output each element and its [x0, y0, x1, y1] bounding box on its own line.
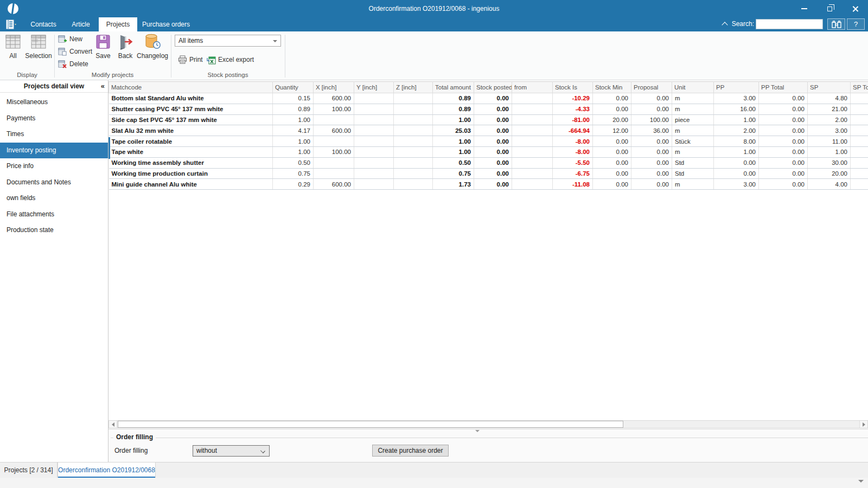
scroll-left-icon[interactable]: [109, 421, 117, 428]
column-header-matchcode[interactable]: Matchcode: [109, 82, 273, 93]
cell-sp-to: [851, 168, 868, 179]
order-filling-dropdown[interactable]: without: [193, 445, 270, 457]
sidebar-item-times[interactable]: Times: [0, 126, 108, 143]
cell-quantity: 0.29: [273, 179, 314, 190]
cell-quantity: 0.89: [273, 104, 314, 114]
search-input[interactable]: [756, 19, 823, 29]
table-row[interactable]: Tape coiler rotatable1.001.000.00-8.000.…: [109, 136, 868, 147]
delete-button[interactable]: Delete: [58, 59, 88, 69]
cell-sp: 4.00: [808, 179, 851, 190]
column-header-from[interactable]: from: [512, 82, 553, 93]
collapse-ribbon-icon[interactable]: [722, 22, 727, 28]
cell-total-amount: 1.00: [433, 146, 474, 157]
table-all-icon: [5, 34, 21, 50]
cell-y-inch: [354, 157, 394, 168]
column-header-proposal[interactable]: Proposal: [631, 82, 672, 93]
sidebar-item-file-attachments[interactable]: File attachments: [0, 207, 108, 223]
back-button[interactable]: Back: [116, 34, 135, 60]
find-button[interactable]: [827, 18, 845, 30]
changelog-icon: [144, 34, 161, 50]
cell-pp: 8.00: [714, 136, 759, 147]
sidebar-item-inventory-posting[interactable]: Inventory posting: [0, 143, 108, 159]
sidebar-item-own-fields[interactable]: own fields: [0, 190, 108, 207]
column-header-unit[interactable]: Unit: [672, 82, 714, 93]
cell-total-amount: 1.00: [433, 136, 474, 147]
table-row[interactable]: Bottom slat Standard Alu white0.15600.00…: [109, 93, 868, 104]
column-header-quantity[interactable]: Quantity: [273, 82, 314, 93]
table-row[interactable]: Working time production curtain0.750.750…: [109, 168, 868, 179]
cell-stock-is: -4.33: [553, 104, 593, 114]
cell-sp: 3.00: [808, 125, 851, 136]
column-header-pp-total[interactable]: PP Total: [759, 82, 808, 93]
table-row[interactable]: Tape white1.00100.001.000.00-8.000.000.0…: [109, 146, 868, 157]
cell-stock-posted: 0.00: [474, 179, 512, 190]
column-header-x-inch[interactable]: X [inch]: [314, 82, 354, 93]
document-tab-orderconfirmation-o201912-0068[interactable]: Orderconfirmation O201912/0068: [58, 463, 156, 478]
changelog-button[interactable]: Changelog: [136, 34, 169, 60]
cell-stock-min: 0.00: [593, 93, 631, 104]
main-menu-button[interactable]: [5, 19, 22, 30]
sidebar-item-documents-and-notes[interactable]: Documents and Notes: [0, 175, 108, 191]
column-header-sp-to[interactable]: SP To: [851, 82, 868, 93]
restore-button[interactable]: [817, 0, 843, 17]
tab-projects[interactable]: Projects: [99, 17, 137, 31]
sidebar-item-production-state[interactable]: Production state: [0, 222, 108, 239]
delete-icon: [58, 60, 67, 68]
cell-z-inch: [394, 179, 433, 190]
order-filling-group-label: Order filling: [113, 433, 156, 441]
convert-button[interactable]: Convert: [58, 47, 92, 56]
cell-proposal: 100.00: [631, 114, 672, 125]
print-button[interactable]: Print: [178, 54, 203, 65]
sidebar-item-price-info[interactable]: Price info: [0, 158, 108, 175]
column-header-y-inch[interactable]: Y [inch]: [354, 82, 394, 93]
excel-export-button[interactable]: Excel export: [207, 54, 254, 65]
cell-y-inch: [354, 104, 394, 114]
cell-total-amount: 1.73: [433, 179, 474, 190]
scrollbar-thumb[interactable]: [118, 421, 623, 428]
column-header-stock-min[interactable]: Stock Min: [593, 82, 631, 93]
cell-x-inch: 100.00: [314, 104, 354, 114]
column-header-z-inch[interactable]: Z [inch]: [394, 82, 433, 93]
minimize-button[interactable]: [792, 0, 817, 17]
new-button[interactable]: New: [58, 34, 82, 44]
horizontal-scrollbar[interactable]: [108, 420, 868, 428]
save-button[interactable]: Save: [94, 34, 112, 60]
table-row[interactable]: Mini guide channel Alu white0.29600.001.…: [109, 179, 868, 190]
display-all-button[interactable]: All: [3, 34, 23, 60]
tab-purchase-orders[interactable]: Purchase orders: [137, 17, 195, 31]
column-header-sp[interactable]: SP: [808, 82, 851, 93]
document-tab-projects-2-314[interactable]: Projects [2 / 314]: [0, 463, 58, 478]
scroll-right-icon[interactable]: [859, 421, 867, 428]
chevrons-left-icon[interactable]: «: [101, 80, 105, 92]
display-selection-label: Selection: [25, 52, 52, 60]
table-row[interactable]: Shutter casing PVC 45° 137 mm white0.891…: [109, 104, 868, 114]
cell-sp: 20.00: [808, 168, 851, 179]
table-row[interactable]: Working time assembly shutter0.500.500.0…: [109, 157, 868, 168]
stock-filter-dropdown[interactable]: All items: [175, 35, 281, 47]
cell-unit: m: [672, 146, 714, 157]
create-purchase-order-button[interactable]: Create purchase order: [372, 445, 449, 457]
cell-stock-is: -10.29: [553, 93, 593, 104]
tab-contacts[interactable]: Contacts: [24, 17, 62, 31]
help-button[interactable]: ?: [847, 18, 865, 30]
table-row[interactable]: Slat Alu 32 mm white4.17600.0025.030.00-…: [109, 125, 868, 136]
cell-stock-posted: 0.00: [474, 93, 512, 104]
cell-pp-total: 0.00: [759, 125, 808, 136]
resize-grip-icon[interactable]: [858, 480, 864, 483]
display-selection-button[interactable]: Selection: [24, 34, 53, 60]
column-header-total-amount[interactable]: Total amount: [433, 82, 474, 93]
cell-proposal: 0.00: [631, 136, 672, 147]
window-title: Orderconfirmation O201912/0068 - ingenio…: [0, 0, 868, 17]
tab-article[interactable]: Article: [64, 17, 98, 31]
column-header-stock-posted[interactable]: Stock posted: [474, 82, 512, 93]
table-row[interactable]: Side cap Set PVC 45° 137 mm white1.001.0…: [109, 114, 868, 125]
column-header-pp[interactable]: PP: [714, 82, 759, 93]
sidebar-item-miscellaneous[interactable]: Miscellaneous: [0, 94, 108, 111]
sidebar-item-payments[interactable]: Payments: [0, 111, 108, 127]
excel-icon: [207, 55, 216, 65]
cell-pp-total: 0.00: [759, 179, 808, 190]
close-button[interactable]: [843, 0, 868, 17]
cell-stock-is: -81.00: [553, 114, 593, 125]
cell-pp: 0.00: [714, 168, 759, 179]
column-header-stock-is[interactable]: Stock Is: [553, 82, 593, 93]
